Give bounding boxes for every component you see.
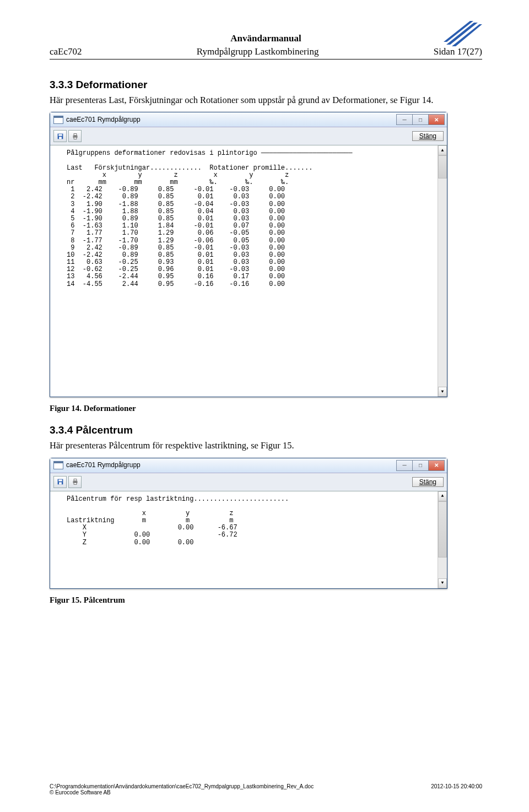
footer-copyright: © Eurocode Software AB [50,789,314,795]
company-logo [444,20,482,47]
close-button[interactable]: Stäng [412,477,444,487]
window-close-button[interactable]: ✕ [429,460,445,471]
figure15-caption: Figur 15. Pålcentrum [50,596,482,605]
save-icon-button[interactable] [53,476,67,488]
svg-rect-10 [58,479,62,481]
window-close-button[interactable]: ✕ [429,114,445,125]
scroll-down-icon[interactable]: ▼ [438,387,447,397]
svg-marker-2 [444,21,473,42]
window-maximize-button[interactable]: □ [413,460,429,471]
section-heading-deformationer: 3.3.3 Deformationer [50,79,482,91]
section-text-deformationer: Här presenteras Last, Förskjutningar och… [50,94,482,106]
svg-marker-1 [452,24,482,46]
svg-rect-13 [74,479,77,481]
scroll-thumb[interactable] [438,155,447,178]
window-app-icon [53,116,63,124]
window-minimize-button[interactable]: ─ [396,460,413,471]
window-title-text: caeEc701 Rymdpålgrupp [66,462,141,469]
print-icon-button[interactable] [68,130,82,142]
section-heading-palcentrum: 3.3.4 Pålcentrum [50,424,482,436]
scrollbar[interactable]: ▲ ▼ [438,145,447,397]
scrollbar[interactable]: ▲ ▼ [438,491,447,588]
svg-rect-8 [74,137,77,139]
window-app-icon [53,461,63,469]
svg-rect-5 [59,137,62,139]
svg-rect-11 [59,482,62,484]
print-icon-button[interactable] [68,476,82,488]
figure14-caption: Figur 14. Deformationer [50,404,482,413]
deformationer-output: Pålgruppens deformationer redovisas i pl… [50,145,447,397]
header-center: Rymdpålgrupp Lastkombinering [197,46,319,57]
svg-marker-0 [446,23,478,45]
page-footer: C:\Programdokumentation\Användardokument… [50,783,482,795]
scroll-down-icon[interactable]: ▼ [438,578,447,588]
header-title: Användarmanual [50,33,482,44]
window-minimize-button[interactable]: ─ [396,114,413,125]
close-button[interactable]: Stäng [412,131,444,141]
footer-date: 2012-10-15 20:40:00 [431,783,482,789]
svg-rect-14 [74,483,77,484]
svg-rect-7 [74,133,77,135]
palcentrum-output: Pålcentrum för resp lastriktning........… [50,491,447,588]
scroll-up-icon[interactable]: ▲ [438,145,447,155]
window-deformationer: caeEc701 Rymdpålgrupp ─ □ ✕ Stäng Pålgru… [50,112,447,397]
section-text-palcentrum: Här presenteras Pålcentrum för respektiv… [50,440,482,452]
header-right: Sidan 17(27) [434,46,482,57]
page-header: Användarmanual caEc702 Rymdpålgrupp Last… [50,33,482,59]
svg-rect-4 [58,134,62,136]
footer-path: C:\Programdokumentation\Användardokument… [50,783,314,789]
save-icon-button[interactable] [53,130,67,142]
scroll-thumb[interactable] [438,501,447,557]
window-palcentrum: caeEc701 Rymdpålgrupp ─ □ ✕ Stäng Pålcen… [50,458,447,589]
window-maximize-button[interactable]: □ [413,114,429,125]
scroll-up-icon[interactable]: ▲ [438,491,447,501]
header-left: caEc702 [50,46,82,57]
window-title-text: caeEc701 Rymdpålgrupp [66,116,141,123]
